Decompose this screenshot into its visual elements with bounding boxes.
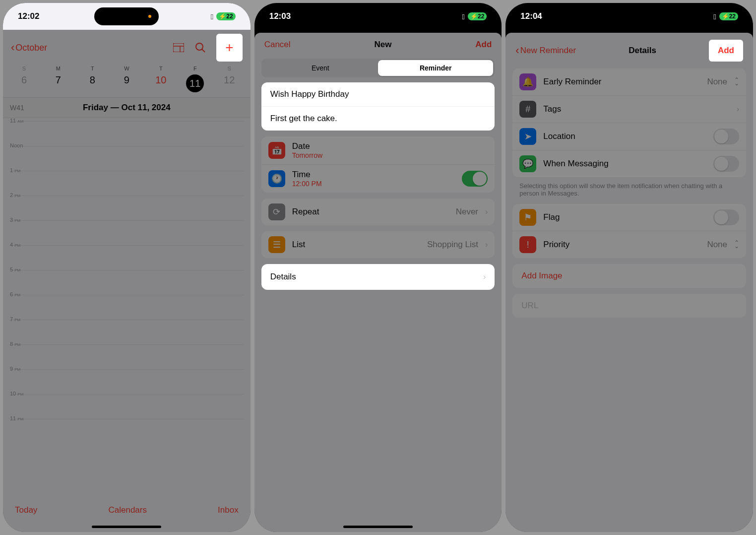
date-cell[interactable]: 8 — [75, 74, 110, 92]
list-row[interactable]: ☰ List Shopping List › — [261, 231, 495, 258]
battery-indicator: ⚡22 — [216, 12, 235, 20]
back-button[interactable]: ‹ New Reminder — [515, 44, 576, 57]
modal-title: New — [374, 40, 391, 50]
repeat-card: ⟳ Repeat Never › — [261, 199, 495, 225]
message-icon: 💬 — [519, 155, 536, 172]
location-row[interactable]: ➤ Location — [512, 123, 746, 150]
date-cell[interactable]: 10 — [144, 74, 178, 92]
updown-icon: ⌃⌄ — [734, 78, 739, 85]
svg-line-4 — [202, 49, 205, 52]
messaging-row[interactable]: 💬 When Messaging — [512, 150, 746, 177]
chevron-right-icon: › — [737, 105, 739, 114]
notes-input[interactable]: First get the cake. — [261, 106, 495, 131]
weekday: F — [178, 66, 212, 71]
date-cell[interactable]: 6 — [7, 74, 41, 92]
flag-row[interactable]: ⚑ Flag — [512, 204, 746, 231]
inbox-button[interactable]: Inbox — [218, 505, 239, 515]
add-button[interactable]: + — [216, 34, 242, 62]
add-button[interactable]: Add — [475, 40, 492, 50]
segment-event[interactable]: Event — [263, 60, 378, 76]
time-label: Time — [292, 170, 455, 180]
date-row[interactable]: 📅 Date Tomorrow — [261, 136, 495, 164]
svg-rect-0 — [173, 43, 184, 52]
calendar-screen: 12:02 􀙇 ⚡22 ‹ October + S M T W T F — [3, 3, 251, 532]
calendars-button[interactable]: Calendars — [108, 505, 147, 515]
week-number: W41 — [10, 104, 30, 112]
weekday: T — [75, 66, 110, 71]
time-value: 12:00 PM — [292, 180, 455, 188]
url-input[interactable]: URL — [512, 294, 746, 318]
battery-indicator: ⚡22 — [468, 12, 487, 20]
early-reminder-row[interactable]: 🔔 Early Reminder None ⌃⌄ — [512, 68, 746, 95]
status-indicators: 􀙇 ⚡22 — [211, 12, 236, 21]
time-row[interactable]: 🕐 Time 12:00 PM — [261, 164, 495, 193]
search-icon[interactable] — [194, 42, 206, 54]
chevron-left-icon: ‹ — [11, 41, 14, 54]
weekday: T — [144, 66, 178, 71]
priority-row[interactable]: ! Priority None ⌃⌄ — [512, 231, 746, 258]
hour-label: 7 PM — [10, 316, 20, 322]
hour-label: 1 PM — [10, 167, 20, 173]
priority-icon: ! — [519, 236, 536, 253]
back-button[interactable]: ‹ October — [11, 41, 47, 54]
back-label: October — [15, 43, 47, 53]
title-notes-card: Wish Happy Birthday First get the cake. — [261, 82, 495, 131]
dynamic-island — [94, 7, 159, 25]
status-indicators: 􀙇 ⚡22 — [713, 12, 738, 21]
segment-control[interactable]: Event Reminder — [261, 59, 495, 77]
location-toggle[interactable] — [713, 129, 739, 144]
details-label: Details — [270, 272, 296, 282]
hour-label: 2 PM — [10, 192, 20, 198]
today-button[interactable]: Today — [15, 505, 37, 515]
bottom-toolbar: Today Calendars Inbox — [3, 496, 251, 524]
status-time: 12:02 — [18, 11, 39, 21]
new-reminder-screen: 12:03 􀙇 ⚡22 Cancel New Add Event Reminde… — [254, 3, 502, 532]
list-view-icon[interactable] — [173, 42, 185, 54]
status-bar: 12:02 􀙇 ⚡22 — [3, 3, 251, 30]
weekday-header: S M T W T F S — [3, 66, 251, 71]
date-cell[interactable]: 9 — [110, 74, 144, 92]
status-bar: 12:03 􀙇 ⚡22 — [254, 3, 502, 30]
hour-label: 5 PM — [10, 267, 20, 272]
details-screen: 12:04 􀙇 ⚡22 ‹ New Reminder Details Add 🔔… — [505, 3, 753, 532]
title-input[interactable]: Wish Happy Birthday — [261, 82, 495, 106]
modal-title: Details — [629, 46, 656, 56]
priority-value: None — [707, 240, 727, 250]
list-icon: ☰ — [268, 236, 285, 253]
repeat-label: Repeat — [292, 207, 449, 217]
hour-label: 6 PM — [10, 291, 20, 297]
repeat-icon: ⟳ — [268, 203, 285, 220]
cancel-button[interactable]: Cancel — [264, 40, 291, 50]
add-image-button[interactable]: Add Image — [512, 264, 746, 288]
hour-grid[interactable]: 11 AM Noon 1 PM 2 PM 3 PM 4 PM 5 PM 6 PM… — [3, 118, 251, 447]
flag-toggle[interactable] — [713, 209, 739, 225]
status-indicators: 􀙇 ⚡22 — [462, 12, 487, 21]
weekday: S — [212, 66, 247, 71]
list-label: List — [292, 240, 420, 250]
add-button[interactable]: Add — [709, 40, 743, 62]
camera-dot — [148, 15, 151, 18]
day-title: Friday — Oct 11, 2024 — [30, 103, 224, 113]
tags-label: Tags — [543, 104, 729, 114]
flag-card: ⚑ Flag ! Priority None ⌃⌄ — [512, 204, 746, 258]
messaging-toggle[interactable] — [713, 156, 739, 172]
date-cell[interactable]: 12 — [212, 74, 247, 92]
segment-reminder[interactable]: Reminder — [378, 60, 493, 76]
repeat-row[interactable]: ⟳ Repeat Never › — [261, 199, 495, 225]
date-cell-selected[interactable]: 11 — [178, 74, 212, 92]
details-row[interactable]: Details › — [261, 264, 495, 290]
hour-label: 3 PM — [10, 217, 20, 223]
home-indicator[interactable] — [343, 526, 413, 528]
early-value: None — [707, 77, 727, 87]
tags-row[interactable]: # Tags › — [512, 95, 746, 123]
hour-label: 11 AM — [10, 118, 23, 124]
day-header: W41 Friday — Oct 11, 2024 — [3, 97, 251, 118]
status-time: 12:04 — [520, 11, 542, 21]
chevron-right-icon: › — [485, 207, 488, 216]
weekday: M — [41, 66, 75, 71]
updown-icon: ⌃⌄ — [734, 241, 739, 248]
date-cell[interactable]: 7 — [41, 74, 75, 92]
home-indicator[interactable] — [92, 526, 161, 528]
back-label: New Reminder — [520, 46, 576, 56]
time-toggle[interactable] — [462, 171, 488, 187]
